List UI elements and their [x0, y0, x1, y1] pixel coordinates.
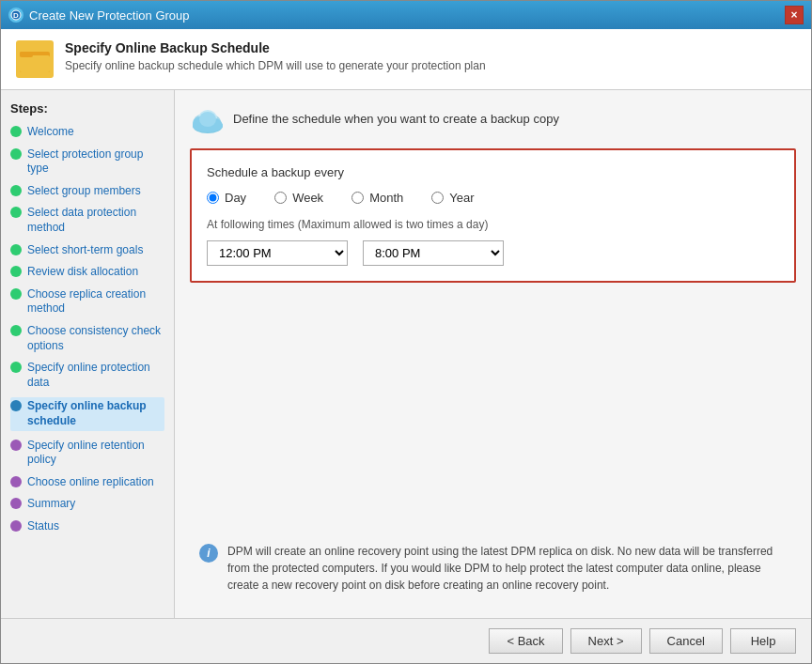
main-window: D Create New Protection Group × Specify …: [0, 0, 812, 664]
time-selects: 12:00 AM 1:00 AM 2:00 AM 3:00 AM 4:00 AM…: [207, 240, 779, 266]
sidebar-label-status: Status: [27, 519, 59, 534]
time-select-1[interactable]: 12:00 AM 1:00 AM 2:00 AM 3:00 AM 4:00 AM…: [207, 240, 348, 266]
dot-replica-creation: [10, 288, 22, 300]
radio-month[interactable]: Month: [351, 191, 403, 205]
title-bar: D Create New Protection Group ×: [1, 1, 811, 29]
sidebar-label-consistency-check: Choose consistency check options: [27, 324, 164, 353]
back-button[interactable]: < Back: [489, 628, 562, 654]
dot-protection-type: [10, 148, 22, 160]
sidebar-title: Steps:: [10, 101, 164, 116]
time-select-2[interactable]: 12:00 AM 1:00 AM 2:00 AM 3:00 AM 4:00 AM…: [363, 240, 504, 266]
title-bar-left: D Create New Protection Group: [8, 8, 190, 23]
help-button[interactable]: Help: [730, 628, 796, 654]
cloud-define-text: Define the schedule when you want to cre…: [233, 112, 559, 126]
sidebar-label-protection-type: Select protection group type: [27, 147, 164, 177]
radio-week[interactable]: Week: [274, 191, 323, 205]
svg-point-12: [199, 112, 216, 127]
radio-month-label: Month: [369, 191, 403, 205]
dot-online-backup-schedule: [10, 400, 22, 411]
cancel-button[interactable]: Cancel: [649, 628, 723, 654]
sidebar: Steps: Welcome Select protection group t…: [1, 90, 175, 618]
info-section: i DPM will create an online recovery poi…: [190, 533, 796, 603]
radio-year-label: Year: [449, 191, 474, 205]
dot-short-term: [10, 244, 22, 255]
schedule-box: Schedule a backup every Day Week Month: [190, 148, 796, 283]
svg-text:D: D: [13, 11, 19, 20]
info-text: DPM will create an online recovery point…: [227, 543, 787, 594]
sidebar-label-group-members: Select group members: [27, 184, 141, 199]
schedule-title: Schedule a backup every: [207, 165, 779, 179]
radio-week-label: Week: [292, 191, 323, 205]
dot-status: [10, 520, 22, 532]
cloud-section: Define the schedule when you want to cre…: [190, 105, 796, 131]
footer: < Back Next > Cancel Help: [1, 618, 811, 663]
dot-data-protection: [10, 207, 22, 218]
folder-icon: [16, 40, 54, 78]
header-text: Specify Online Backup Schedule Specify o…: [65, 40, 486, 72]
content-spacer: [190, 296, 796, 520]
radio-week-input[interactable]: [274, 192, 287, 204]
sidebar-label-summary: Summary: [27, 497, 75, 512]
sidebar-label-retention-policy: Specify online retention policy: [27, 439, 164, 468]
sidebar-item-retention-policy[interactable]: Specify online retention policy: [10, 439, 164, 468]
sidebar-item-status[interactable]: Status: [10, 519, 164, 534]
dot-group-members: [10, 185, 22, 196]
sidebar-label-data-protection: Select data protection method: [27, 206, 164, 235]
sidebar-label-online-replication: Choose online replication: [27, 475, 154, 490]
svg-rect-4: [20, 52, 33, 57]
content-area: Define the schedule when you want to cre…: [175, 90, 811, 618]
app-icon: D: [8, 8, 23, 23]
sidebar-label-welcome: Welcome: [27, 125, 74, 140]
dot-online-replication: [10, 476, 22, 487]
sidebar-label-disk-allocation: Review disk allocation: [27, 265, 138, 280]
sidebar-item-online-backup-schedule[interactable]: Specify online backup schedule: [10, 397, 164, 430]
sidebar-item-group-members[interactable]: Select group members: [10, 184, 164, 199]
sidebar-item-online-protection[interactable]: Specify online protection data: [10, 361, 164, 390]
sidebar-label-online-protection: Specify online protection data: [27, 361, 164, 390]
dot-welcome: [10, 126, 22, 137]
sidebar-label-online-backup-schedule: Specify online backup schedule: [27, 399, 164, 428]
header-title: Specify Online Backup Schedule: [65, 40, 486, 55]
main-content: Steps: Welcome Select protection group t…: [1, 90, 811, 618]
sidebar-item-short-term[interactable]: Select short-term goals: [10, 243, 164, 258]
dot-disk-allocation: [10, 266, 22, 277]
radio-day-label: Day: [225, 191, 246, 205]
radio-year-input[interactable]: [431, 192, 444, 204]
close-button[interactable]: ×: [785, 6, 804, 24]
info-icon: i: [199, 544, 218, 563]
sidebar-item-online-replication[interactable]: Choose online replication: [10, 475, 164, 490]
svg-rect-3: [20, 55, 50, 72]
sidebar-label-short-term: Select short-term goals: [27, 243, 143, 258]
sidebar-item-data-protection[interactable]: Select data protection method: [10, 206, 164, 235]
dot-consistency-check: [10, 325, 22, 336]
dot-online-protection: [10, 362, 22, 373]
radio-year[interactable]: Year: [431, 191, 474, 205]
sidebar-item-welcome[interactable]: Welcome: [10, 125, 164, 140]
window-title: Create New Protection Group: [29, 8, 190, 23]
dot-summary: [10, 498, 22, 509]
radio-day-input[interactable]: [207, 192, 219, 204]
sidebar-item-summary[interactable]: Summary: [10, 497, 164, 512]
radio-month-input[interactable]: [351, 192, 364, 204]
header-subtitle: Specify online backup schedule which DPM…: [65, 59, 486, 72]
sidebar-item-consistency-check[interactable]: Choose consistency check options: [10, 324, 164, 353]
header-section: Specify Online Backup Schedule Specify o…: [1, 29, 811, 90]
radio-day[interactable]: Day: [207, 191, 246, 205]
sidebar-item-replica-creation[interactable]: Choose replica creation method: [10, 287, 164, 317]
next-button[interactable]: Next >: [570, 628, 642, 654]
sidebar-item-disk-allocation[interactable]: Review disk allocation: [10, 265, 164, 280]
cloud-icon: [190, 105, 224, 131]
dot-retention-policy: [10, 440, 22, 451]
times-label: At following times (Maximum allowed is t…: [207, 218, 779, 231]
sidebar-item-protection-type[interactable]: Select protection group type: [10, 147, 164, 177]
frequency-radio-group: Day Week Month Year: [207, 191, 779, 205]
sidebar-label-replica-creation: Choose replica creation method: [27, 287, 164, 317]
